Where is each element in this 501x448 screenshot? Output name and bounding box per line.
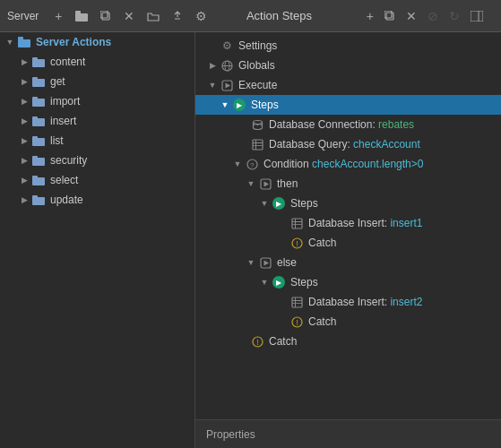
root-arrow bbox=[4, 38, 16, 47]
svg-rect-4 bbox=[386, 13, 393, 20]
update-arrow bbox=[18, 195, 30, 204]
svg-text:?: ? bbox=[250, 161, 255, 169]
svg-marker-30 bbox=[225, 82, 230, 88]
content-folder-icon bbox=[30, 54, 47, 70]
export-button[interactable] bbox=[168, 9, 186, 23]
get-folder-icon bbox=[30, 73, 47, 90]
step-catch2[interactable]: ! Catch bbox=[195, 312, 501, 332]
step-steps-root[interactable]: ▶ Steps bbox=[195, 95, 501, 115]
steps-root-label: Steps bbox=[251, 99, 279, 111]
step-db-query[interactable]: Database Query: checkAccount bbox=[195, 134, 501, 154]
condition-label: Condition checkAccount.length>0 bbox=[263, 158, 423, 170]
step-db-insert2[interactable]: Database Insert: insert2 bbox=[195, 292, 501, 312]
select-label: select bbox=[50, 174, 78, 186]
condition-icon: ? bbox=[244, 156, 260, 172]
step-catch1[interactable]: ! Catch bbox=[195, 233, 501, 253]
content-label: content bbox=[50, 56, 85, 68]
svg-rect-33 bbox=[253, 140, 263, 150]
step-catch-root[interactable]: ! Catch bbox=[195, 332, 501, 351]
execute-label: Execute bbox=[238, 79, 277, 91]
tree-item-import[interactable]: import bbox=[0, 91, 194, 111]
then-label: then bbox=[277, 177, 298, 190]
add-button[interactable]: + bbox=[51, 8, 65, 24]
catch2-label: Catch bbox=[308, 315, 336, 328]
tree-item-get[interactable]: get bbox=[0, 72, 194, 91]
step-execute[interactable]: Execute bbox=[195, 75, 501, 95]
db-connection-icon bbox=[249, 116, 265, 133]
step-db-insert1[interactable]: Database Insert: insert1 bbox=[195, 213, 501, 233]
left-panel-title: Server bbox=[7, 10, 39, 22]
steps-else-play-icon: ▶ bbox=[271, 274, 287, 290]
svg-rect-13 bbox=[32, 77, 38, 81]
delete-button[interactable]: ✕ bbox=[120, 8, 138, 24]
tree-item-insert[interactable]: insert bbox=[0, 111, 194, 131]
tree-item-select[interactable]: select bbox=[0, 170, 194, 190]
tree-root[interactable]: Server Actions bbox=[0, 32, 194, 52]
tree-item-list[interactable]: list bbox=[0, 131, 194, 151]
step-else[interactable]: else bbox=[195, 253, 501, 272]
properties-label: Properties bbox=[206, 428, 255, 441]
else-icon bbox=[257, 254, 273, 271]
steps-play-circle: ▶ bbox=[233, 99, 246, 111]
svg-point-31 bbox=[253, 120, 262, 124]
security-folder-icon bbox=[30, 152, 47, 168]
title-bar: Server + ✕ ⚙ Action Steps + ✕ ⊘ ↻ bbox=[0, 0, 501, 32]
tree-item-security[interactable]: security bbox=[0, 151, 194, 170]
svg-rect-49 bbox=[292, 297, 302, 307]
import-label: import bbox=[50, 95, 80, 108]
steps-play-icon: ▶ bbox=[231, 97, 247, 113]
svg-rect-25 bbox=[32, 195, 38, 199]
update-label: update bbox=[50, 194, 83, 206]
execute-expand bbox=[206, 81, 219, 90]
svg-rect-19 bbox=[32, 136, 38, 140]
step-steps-else[interactable]: ▶ Steps bbox=[195, 272, 501, 292]
copy-button[interactable] bbox=[97, 9, 115, 23]
step-globals[interactable]: Globals bbox=[195, 56, 501, 75]
add-right-button[interactable]: + bbox=[363, 8, 377, 24]
db-query-icon bbox=[249, 136, 265, 152]
tree-item-update[interactable]: update bbox=[0, 190, 194, 210]
step-settings[interactable]: ⚙ Settings bbox=[195, 36, 501, 56]
center-title: Action Steps bbox=[195, 9, 363, 22]
catch1-icon: ! bbox=[289, 235, 305, 251]
settings-icon: ⚙ bbox=[219, 38, 235, 54]
catch1-label: Catch bbox=[308, 237, 336, 249]
svg-rect-23 bbox=[32, 176, 38, 179]
step-db-connection[interactable]: Database Connection: rebates bbox=[195, 115, 501, 134]
svg-rect-11 bbox=[32, 57, 38, 61]
svg-rect-6 bbox=[471, 11, 483, 22]
svg-rect-21 bbox=[32, 156, 38, 159]
step-then[interactable]: then bbox=[195, 174, 501, 194]
get-arrow bbox=[18, 77, 30, 86]
folder-button[interactable] bbox=[72, 9, 91, 23]
step-steps-then[interactable]: ▶ Steps bbox=[195, 194, 501, 213]
svg-rect-9 bbox=[18, 37, 23, 40]
close-right-button[interactable]: ✕ bbox=[402, 8, 420, 24]
steps-then-expand bbox=[258, 199, 271, 208]
left-panel: Server Actions content get import bbox=[0, 32, 195, 448]
db-connection-label: Database Connection: rebates bbox=[269, 118, 414, 131]
update-folder-icon bbox=[30, 192, 47, 208]
disabled-btn2: ↻ bbox=[445, 8, 463, 24]
svg-rect-8 bbox=[18, 39, 30, 47]
condition-expand bbox=[231, 159, 244, 168]
disabled-btn1: ⊘ bbox=[424, 8, 442, 24]
tree-item-content[interactable]: content bbox=[0, 52, 194, 72]
steps-then-label: Steps bbox=[290, 197, 318, 210]
catch-root-label: Catch bbox=[269, 335, 297, 348]
svg-rect-17 bbox=[32, 116, 38, 120]
db-query-label: Database Query: checkAccount bbox=[269, 138, 420, 151]
root-label: Server Actions bbox=[36, 36, 111, 48]
panel-icon-right[interactable] bbox=[467, 9, 487, 23]
db-insert2-icon bbox=[289, 294, 305, 310]
import-folder-icon bbox=[30, 93, 47, 109]
copy-right-button[interactable] bbox=[381, 9, 399, 23]
open-folder-button[interactable] bbox=[143, 9, 163, 23]
globals-label: Globals bbox=[238, 59, 275, 72]
step-condition[interactable]: ? Condition checkAccount.length>0 bbox=[195, 154, 501, 174]
insert-arrow bbox=[18, 116, 30, 125]
root-folder-icon bbox=[16, 34, 32, 50]
svg-rect-41 bbox=[292, 219, 302, 228]
steps-else-circle: ▶ bbox=[272, 276, 285, 289]
security-label: security bbox=[50, 154, 87, 167]
